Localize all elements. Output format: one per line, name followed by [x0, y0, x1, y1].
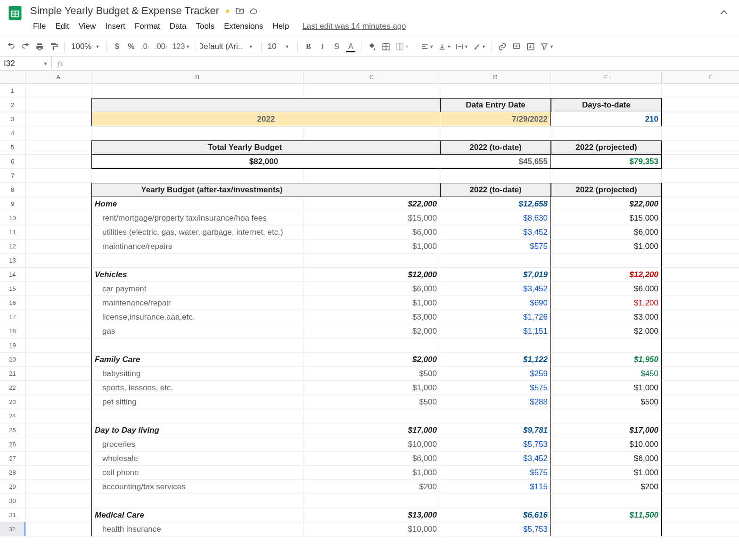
cell[interactable] [25, 480, 91, 494]
row-header[interactable]: 14 [0, 268, 25, 282]
cell[interactable] [662, 480, 739, 494]
cell[interactable] [25, 508, 91, 522]
cell[interactable] [25, 296, 91, 310]
cell[interactable]: $13,000 [304, 508, 440, 522]
cell[interactable] [662, 126, 739, 140]
cell[interactable] [304, 254, 440, 268]
wrap-button[interactable]: ▼ [454, 40, 470, 53]
cell[interactable] [25, 211, 91, 225]
cell[interactable]: $1,000 [304, 466, 440, 480]
row-header[interactable]: 27 [0, 452, 25, 466]
row-header[interactable]: 2 [0, 98, 25, 112]
cell[interactable] [304, 494, 440, 508]
row-header[interactable]: 8 [0, 183, 25, 197]
cell[interactable]: wholesale [91, 452, 304, 466]
cell[interactable]: $1,000 [304, 381, 440, 395]
cell[interactable] [662, 239, 739, 254]
link-button[interactable] [496, 40, 509, 53]
cell[interactable] [551, 84, 662, 98]
cell[interactable]: sports, lessons, etc. [91, 381, 304, 395]
cell[interactable]: babysitting [91, 367, 304, 381]
cell[interactable]: $15,000 [551, 211, 662, 225]
cell[interactable] [662, 494, 739, 508]
cell[interactable] [91, 409, 304, 423]
col-header-c[interactable]: C [304, 71, 440, 84]
row-header[interactable]: 30 [0, 494, 25, 508]
cell[interactable]: $200 [304, 480, 440, 494]
cell[interactable]: groceries [91, 437, 304, 452]
cell[interactable]: $1,000 [551, 239, 662, 254]
cell[interactable]: $3,452 [440, 225, 551, 239]
cell[interactable]: $288 [440, 395, 551, 409]
cell[interactable] [25, 381, 91, 395]
cell[interactable]: $15,000 [304, 211, 440, 225]
cell[interactable] [91, 254, 304, 268]
menu-format[interactable]: Format [131, 20, 164, 33]
cell[interactable]: $575 [440, 466, 551, 480]
cell[interactable]: $9,781 [440, 423, 551, 437]
cell[interactable]: $8,630 [440, 211, 551, 225]
cell[interactable]: $2,000 [304, 353, 440, 367]
cell[interactable] [25, 338, 91, 353]
decrease-decimal-button[interactable]: .0↓ [139, 40, 152, 53]
italic-button[interactable]: I [316, 40, 329, 53]
cell[interactable]: $7,019 [440, 268, 551, 282]
cell[interactable] [440, 254, 551, 268]
cell[interactable]: Yearly Budget (after-tax/investments) [91, 183, 304, 197]
row-header[interactable]: 15 [0, 282, 25, 296]
cell[interactable] [662, 437, 739, 452]
row-header[interactable]: 12 [0, 239, 25, 254]
cell[interactable] [25, 522, 91, 536]
menu-tools[interactable]: Tools [192, 20, 219, 33]
cell[interactable]: $259 [440, 367, 551, 381]
cell[interactable]: $115 [440, 480, 551, 494]
cell[interactable]: $10,000 [304, 522, 440, 536]
chart-button[interactable] [524, 40, 537, 53]
cell[interactable] [662, 353, 739, 367]
formula-input[interactable] [69, 57, 739, 70]
cell[interactable]: accounting/tax services [91, 480, 304, 494]
cell[interactable] [551, 494, 662, 508]
cell[interactable] [662, 197, 739, 211]
cell[interactable]: $22,000 [551, 197, 662, 211]
menu-view[interactable]: View [75, 20, 100, 33]
col-header-b[interactable]: B [91, 71, 304, 84]
font-size-dropdown-icon[interactable]: ▼ [280, 40, 294, 53]
cell[interactable]: $10,000 [551, 437, 662, 452]
row-header[interactable]: 20 [0, 353, 25, 367]
row-header[interactable]: 7 [0, 169, 25, 183]
redo-button[interactable] [19, 40, 32, 53]
select-all-corner[interactable] [0, 71, 25, 84]
cell[interactable] [304, 126, 440, 140]
bold-button[interactable]: B [302, 40, 315, 53]
menu-extensions[interactable]: Extensions [220, 20, 267, 33]
cell[interactable] [25, 84, 91, 98]
cells-area[interactable]: Budget YearData Entry DateDays-to-date20… [25, 84, 739, 536]
cell[interactable] [551, 409, 662, 423]
cell[interactable] [662, 409, 739, 423]
cell[interactable]: $690 [440, 296, 551, 310]
cell[interactable] [25, 183, 91, 197]
cell[interactable] [662, 169, 739, 183]
cell[interactable]: $6,000 [304, 452, 440, 466]
menu-insert[interactable]: Insert [101, 20, 129, 33]
paint-format-button[interactable] [47, 40, 60, 53]
col-header-a[interactable]: A [25, 71, 91, 84]
menu-help[interactable]: Help [269, 20, 293, 33]
cell[interactable] [662, 324, 739, 338]
row-header[interactable]: 16 [0, 296, 25, 310]
cell[interactable]: 2022 (to-date) [440, 183, 551, 197]
row-header[interactable]: 13 [0, 254, 25, 268]
cell[interactable] [25, 282, 91, 296]
cell[interactable]: $45,655 [440, 155, 551, 169]
cell[interactable] [25, 466, 91, 480]
row-header[interactable]: 10 [0, 211, 25, 225]
cell[interactable]: $22,000 [304, 197, 440, 211]
cell[interactable] [25, 310, 91, 324]
row-header[interactable]: 9 [0, 197, 25, 211]
rotate-button[interactable]: ▼ [471, 40, 488, 53]
cell[interactable]: maintinance/repairs [91, 239, 304, 254]
cell[interactable]: $3,000 [551, 310, 662, 324]
cell[interactable]: 7/29/2022 [440, 112, 551, 126]
cell[interactable] [440, 84, 551, 98]
